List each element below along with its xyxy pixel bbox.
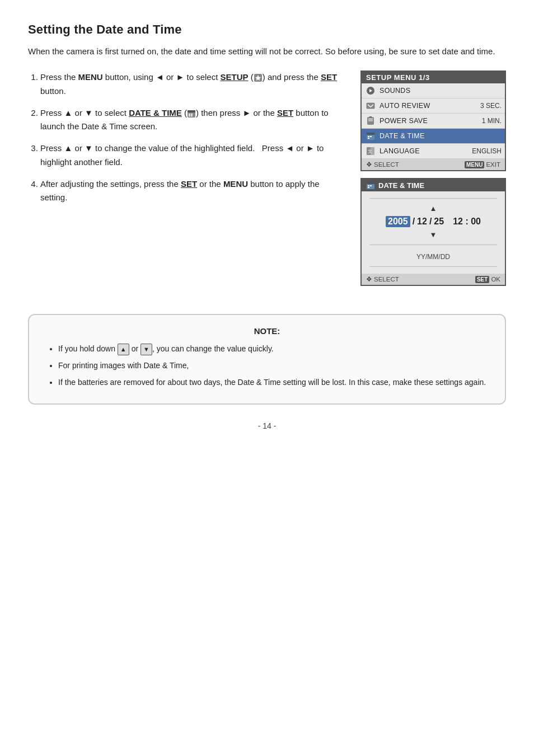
menu-row-language: 文 LANGUAGE ENGLISH (362, 144, 505, 159)
note-list: If you hold down ▲ or ▼, you can change … (46, 342, 488, 389)
arrow-left-2-icon (285, 143, 294, 153)
separator-top (369, 198, 497, 199)
menu-badge: MENU (465, 161, 484, 168)
dt-select-hint: ❖ SELECT (366, 275, 399, 283)
datetime-panel-title: DATE & TIME (378, 181, 424, 190)
language-value: ENGLISH (472, 147, 502, 155)
setup-select-hint: ❖ SELECT (366, 161, 399, 168)
select-label: SELECT (374, 161, 399, 168)
language-label: LANGUAGE (380, 147, 469, 155)
autoreview-icon (365, 100, 376, 111)
datetime-menu-label: DATE & TIME (380, 132, 502, 140)
content-area: Press the MENU button, using or to selec… (28, 71, 506, 286)
set-ref-3: SET (181, 179, 197, 189)
intro-text: When the camera is first turned on, the … (28, 45, 506, 58)
arrow-up-icon (64, 108, 73, 118)
setup-icon (254, 73, 263, 82)
datetime-header-icon (366, 181, 375, 190)
datetime-panel-header: DATE & TIME (362, 179, 505, 191)
note-item-3: If the batteries are removed for about t… (58, 376, 488, 389)
arrow-up-2-icon (64, 143, 73, 153)
svg-rect-3 (188, 110, 195, 112)
exit-label: EXIT (486, 161, 500, 168)
powersave-icon (365, 115, 376, 126)
powersave-label: POWER SAVE (380, 117, 479, 125)
set-ref-2: SET (277, 108, 293, 118)
menu-row-autoreview: AUTO REVIEW 3 SEC. (362, 98, 505, 114)
svg-rect-17 (370, 136, 372, 137)
setup-menu-footer: ❖ SELECT MENU EXIT (362, 159, 505, 170)
step-2: Press or to select DATE & TIME () then p… (40, 106, 344, 134)
svg-rect-7 (191, 115, 193, 116)
datetime-menu-icon (365, 130, 376, 142)
datetime-icon (187, 109, 196, 118)
dt-select-label: SELECT (374, 276, 399, 283)
date-format-label: YY/MM/DD (416, 253, 450, 261)
crosshair-icon: ❖ (366, 161, 372, 168)
setup-menu-header: SETUP MENU 1/3 (362, 72, 505, 83)
datetime-panel: DATE & TIME ▲ 2005 / 12 / 25 12 : 00 ▼ Y… (360, 178, 506, 286)
note-section: NOTE: If you hold down ▲ or ▼, you can c… (28, 314, 506, 405)
separator-mid (369, 245, 497, 245)
datetime-panel-footer: ❖ SELECT SET OK (362, 274, 505, 285)
datetime-ref: DATE & TIME (129, 108, 182, 118)
svg-rect-6 (189, 115, 190, 116)
key-down: ▼ (140, 344, 152, 355)
dt-arrow-up: ▲ (430, 204, 437, 213)
arrow-right-2-icon (242, 108, 251, 118)
arrow-right-3-icon (306, 143, 315, 153)
svg-rect-24 (368, 185, 369, 186)
set-button-ref: SET (321, 72, 337, 82)
setup-menu-panel: SETUP MENU 1/3 SOUNDS AUTO REVIEW 3 SEC.… (360, 71, 506, 171)
dt-slash-1: / (413, 217, 415, 227)
svg-text:文: 文 (368, 149, 372, 154)
svg-rect-4 (189, 114, 190, 115)
sounds-label: SOUNDS (380, 87, 502, 95)
page-title: Setting the Date and Time (28, 22, 506, 37)
svg-rect-15 (367, 133, 374, 135)
dt-arrow-down: ▼ (430, 231, 437, 239)
autoreview-value: 3 SEC. (480, 102, 502, 110)
svg-rect-12 (368, 118, 373, 121)
ok-label: OK (491, 276, 500, 283)
svg-rect-16 (368, 136, 369, 137)
note-title: NOTE: (46, 326, 488, 336)
time-value: 12 : 00 (453, 217, 481, 227)
menu-row-sounds: SOUNDS (362, 83, 505, 98)
sounds-icon (365, 85, 376, 96)
note-item-1: If you hold down ▲ or ▼, you can change … (58, 342, 488, 356)
dt-slash-2: / (429, 217, 432, 227)
svg-rect-10 (367, 103, 374, 109)
setup-ref: SETUP (221, 72, 249, 82)
set-badge: SET (475, 276, 489, 283)
menu-row-powersave: POWER SAVE 1 MIN. (362, 114, 505, 129)
datetime-value-row: 2005 / 12 / 25 12 : 00 (386, 216, 481, 227)
datetime-panel-body: ▲ 2005 / 12 / 25 12 : 00 ▼ YY/MM/DD (362, 191, 505, 274)
menu-row-datetime: DATE & TIME (362, 129, 505, 144)
day-value: 25 (434, 217, 444, 227)
svg-rect-5 (191, 114, 193, 115)
step-4: After adjusting the settings, press the … (40, 177, 344, 205)
key-up: ▲ (118, 344, 129, 355)
dt-crosshair-icon: ❖ (366, 275, 372, 283)
arrow-right-icon (176, 72, 184, 82)
step-3: Press or to change the value of the high… (40, 142, 344, 170)
menu-ref-2: MENU (223, 179, 248, 189)
dt-ok-hint: SET OK (475, 276, 500, 283)
arrow-down-icon (85, 108, 93, 118)
powersave-value: 1 MIN. (482, 117, 502, 125)
svg-rect-23 (367, 182, 374, 184)
step-1: Press the MENU button, using or to selec… (40, 71, 344, 98)
language-icon: 文 (365, 145, 376, 157)
arrow-down-2-icon (85, 143, 93, 153)
page-number: - 14 - (28, 421, 506, 430)
note-item-2: For printing images with Date & Time, (58, 359, 488, 373)
svg-rect-13 (369, 116, 372, 118)
setup-exit-hint: MENU EXIT (465, 161, 500, 168)
svg-rect-25 (370, 185, 372, 186)
ui-panels: SETUP MENU 1/3 SOUNDS AUTO REVIEW 3 SEC.… (360, 71, 506, 286)
menu-button-ref: MENU (78, 72, 103, 82)
svg-rect-26 (368, 187, 369, 188)
month-value: 12 (417, 217, 427, 227)
year-highlight: 2005 (386, 216, 410, 227)
